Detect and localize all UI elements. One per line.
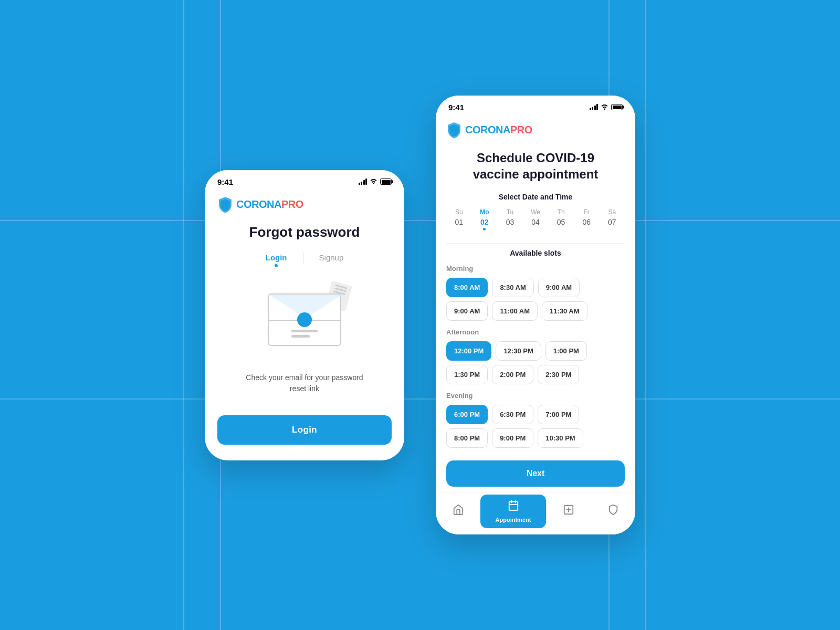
battery-icon-2 [611,104,623,110]
cal-day-sa: Sa [599,208,625,216]
slot-1130am[interactable]: 11:30 AM [542,301,587,321]
afternoon-label: Afternoon [446,328,625,336]
cal-day-th: Th [548,208,574,216]
cal-date-03[interactable]: 03 [497,218,523,234]
login-tab[interactable]: Login [250,250,303,267]
cal-date-05[interactable]: 05 [548,218,574,234]
slot-900pm[interactable]: 9:00 PM [492,428,533,448]
slot-830am[interactable]: 8:30 AM [492,278,533,297]
status-icons-1 [359,178,392,186]
calendar-dates-row[interactable]: 01 02 03 04 05 06 07 [446,218,625,234]
divider-1 [446,243,625,244]
signal-icon-2 [590,104,598,110]
cal-date-01[interactable]: 01 [446,218,472,234]
status-time-1: 9:41 [217,177,233,186]
slot-800am[interactable]: 8:00 AM [446,278,488,297]
slot-800pm[interactable]: 8:00 PM [446,428,488,448]
battery-icon-1 [380,178,392,185]
slot-1200pm[interactable]: 12:00 PM [446,341,491,361]
email-illustration [217,283,392,356]
next-button[interactable]: Next [446,460,625,487]
shield-nav-icon [607,504,619,519]
bottom-nav: Appointment [436,492,635,534]
check-email-text: Check your email for your password reset… [217,372,392,394]
auth-tabs: Login Signup [217,250,392,267]
phones-container: 9:41 CORON [205,96,635,534]
available-slots-label: Available slots [446,249,625,257]
slot-230pm[interactable]: 2:30 PM [538,365,579,384]
slot-900am-1[interactable]: 9:00 AM [538,278,580,297]
app-logo-1: CORONAPRO [217,196,392,214]
svg-rect-6 [509,502,518,511]
nav-appointment[interactable]: Appointment [480,495,546,528]
slot-130pm[interactable]: 1:30 PM [446,365,488,384]
slot-900am-2[interactable]: 9:00 AM [446,301,488,321]
envelope [268,293,341,346]
cal-date-02[interactable]: 02 [472,218,498,234]
envelope-line-1 [291,330,318,332]
slot-630pm[interactable]: 6:30 PM [492,405,533,424]
envelope-dot [297,312,312,327]
slot-700pm[interactable]: 7:00 PM [538,405,579,424]
phone-forgot-password: 9:41 CORON [205,170,404,460]
cal-date-04[interactable]: 04 [523,218,549,234]
phone1-content: CORONAPRO Forgot password Login Signup [205,191,404,460]
cal-date-06[interactable]: 06 [574,218,600,234]
status-bar-1: 9:41 [205,170,404,191]
afternoon-slots: 12:00 PM 12:30 PM 1:00 PM 1:30 PM 2:00 P… [446,341,625,384]
wifi-icon-2 [601,103,608,111]
phone-schedule: 9:41 CORON [436,96,635,534]
logo-text-1: CORONAPRO [236,198,303,211]
slot-200pm[interactable]: 2:00 PM [492,365,533,384]
schedule-content: CORONAPRO Schedule COVID-19 vaccine appo… [436,116,635,492]
select-date-label: Select Date and Time [446,193,625,201]
logo-shield-icon-2 [446,121,462,139]
slot-1100am[interactable]: 11:00 AM [492,301,538,321]
envelope-lines [291,330,318,338]
status-icons-2 [590,103,623,111]
evening-slots: 6:00 PM 6:30 PM 7:00 PM 8:00 PM 9:00 PM … [446,405,625,448]
status-bar-2: 9:41 [436,96,635,116]
logo-shield-icon-1 [217,196,233,214]
cal-day-fr: Fr [574,208,600,216]
wifi-icon-1 [370,178,377,186]
plus-square-icon [563,504,574,519]
nav-shield[interactable] [591,504,635,519]
forgot-password-title: Forgot password [217,224,392,240]
cal-day-tu: Tu [497,208,523,216]
morning-label: Morning [446,265,625,272]
home-icon [453,504,464,519]
cal-date-07[interactable]: 07 [599,218,625,234]
signup-tab[interactable]: Signup [303,250,360,267]
cal-day-su: Su [446,208,472,216]
morning-slots: 8:00 AM 8:30 AM 9:00 AM 9:00 AM 11:00 AM… [446,278,625,321]
login-button[interactable]: Login [217,415,392,445]
nav-add[interactable] [546,504,591,519]
slot-600pm[interactable]: 6:00 PM [446,405,488,424]
status-time-2: 9:41 [448,103,464,112]
nav-home[interactable] [436,504,480,519]
envelope-wrap [268,293,341,346]
slot-1230pm[interactable]: 12:30 PM [496,341,541,361]
appointment-nav-label: Appointment [496,517,531,523]
cal-day-mo: Mo [472,208,498,216]
envelope-line-2 [291,335,310,338]
cal-day-we: We [523,208,549,216]
calendar-days-row: Su Mo Tu We Th Fr Sa [446,208,625,216]
signal-icon-1 [359,178,368,185]
slot-1030pm[interactable]: 10:30 PM [538,428,583,448]
schedule-title: Schedule COVID-19 vaccine appointment [446,150,625,182]
app-logo-2: CORONAPRO [446,121,625,139]
slot-100pm[interactable]: 1:00 PM [545,341,587,361]
calendar-icon [508,500,519,514]
logo-text-2: CORONAPRO [465,124,532,136]
evening-label: Evening [446,392,625,400]
